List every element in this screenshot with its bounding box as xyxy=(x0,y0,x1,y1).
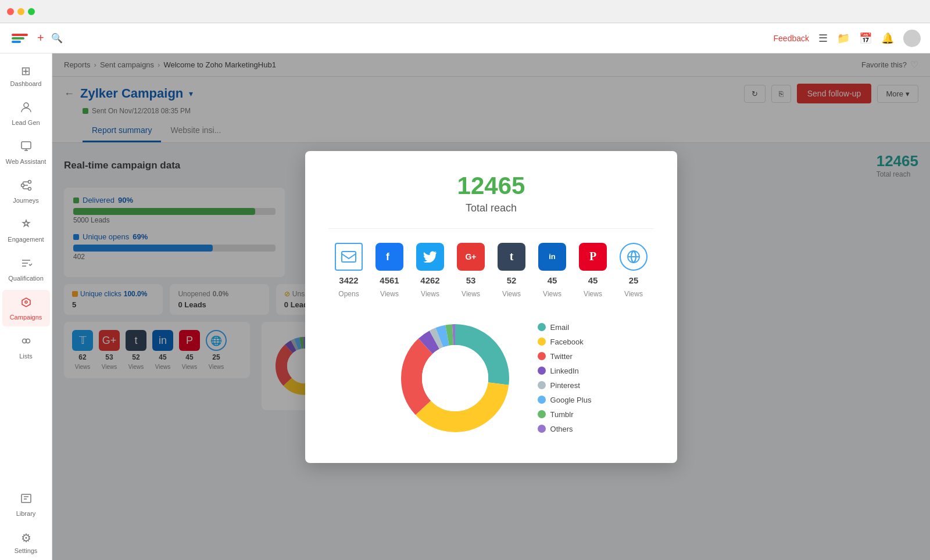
close-button[interactable] xyxy=(7,8,14,15)
titlebar xyxy=(0,0,930,23)
legend-dot-tumblr xyxy=(538,410,546,418)
svg-point-6 xyxy=(28,181,31,184)
campaigns-icon xyxy=(20,296,33,311)
lists-icon xyxy=(20,335,33,350)
legend-label-tumblr: Tumblr xyxy=(550,410,574,419)
legend-googleplus: Google Plus xyxy=(538,396,592,404)
social-pinterest: P 45 Views xyxy=(579,243,607,298)
topbar: + 🔍 Feedback ☰ 📁 📅 🔔 xyxy=(0,23,930,53)
webassistant-icon xyxy=(20,140,33,156)
sidebar-item-qualification[interactable]: Qualification xyxy=(2,251,50,288)
calendar-icon[interactable]: 📅 xyxy=(859,32,872,45)
facebook-label: Views xyxy=(380,290,399,298)
web-count: 25 xyxy=(629,275,639,285)
library-icon xyxy=(20,492,33,508)
sidebar-item-campaigns[interactable]: Campaigns xyxy=(2,290,50,326)
social-web: 25 Views xyxy=(620,243,648,298)
social-tumblr: t 52 Views xyxy=(498,243,525,298)
svg-point-5 xyxy=(21,184,24,187)
sidebar-label-journeys: Journeys xyxy=(13,197,39,204)
tumblr-count: 52 xyxy=(507,275,517,285)
sidebar-label-engagement: Engagement xyxy=(8,236,44,243)
legend-others: Others xyxy=(538,425,592,433)
modal-total: 12465 Total reach xyxy=(328,172,654,214)
facebook-count: 4561 xyxy=(380,275,399,285)
app-logo xyxy=(9,28,30,49)
linkedin-icon: in xyxy=(538,243,566,271)
legend-label-googleplus: Google Plus xyxy=(550,396,592,404)
sidebar-item-leadgen[interactable]: Lead Gen xyxy=(2,95,50,132)
feedback-link[interactable]: Feedback xyxy=(774,34,809,43)
email-label: Opens xyxy=(338,290,359,298)
svg-text:f: f xyxy=(386,251,390,263)
modal-overlay[interactable]: 12465 Total reach 3422 Opens xyxy=(52,53,930,560)
social-twitter: 4262 Views xyxy=(416,243,444,298)
search-icon[interactable]: 🔍 xyxy=(51,33,63,44)
add-button[interactable]: + xyxy=(37,31,44,45)
googleplus-icon: G+ xyxy=(457,243,485,271)
web-icon xyxy=(620,243,648,271)
tumblr-label: Views xyxy=(502,290,521,298)
twitter-count: 4262 xyxy=(420,275,439,285)
dashboard-icon: ⊞ xyxy=(21,64,31,78)
twitter-label: Views xyxy=(421,290,439,298)
legend-label-email: Email xyxy=(550,323,570,332)
web-label: Views xyxy=(624,290,643,298)
legend-dot-pinterest xyxy=(538,381,546,389)
sidebar-item-dashboard[interactable]: ⊞ Dashboard xyxy=(2,58,50,93)
sidebar-item-settings[interactable]: ⚙ Settings xyxy=(2,525,50,560)
sidebar-item-library[interactable]: Library xyxy=(2,486,50,523)
avatar[interactable] xyxy=(903,30,921,47)
sidebar-label-qualification: Qualification xyxy=(8,275,44,282)
modal-chart-area: Email Facebook Twitter LinkedIn xyxy=(328,314,654,442)
window-controls xyxy=(7,8,35,15)
svg-rect-2 xyxy=(12,41,21,43)
sidebar-label-dashboard: Dashboard xyxy=(10,80,42,87)
googleplus-count: 53 xyxy=(466,275,476,285)
folder-icon[interactable]: 📁 xyxy=(837,32,850,45)
sidebar-item-journeys[interactable]: Journeys xyxy=(2,173,50,210)
journeys-icon xyxy=(20,179,33,195)
svg-rect-4 xyxy=(22,142,31,149)
sidebar-item-webassistant[interactable]: Web Assistant xyxy=(2,134,50,171)
modal-total-number: 12465 xyxy=(328,172,654,200)
leadgen-icon xyxy=(20,101,33,117)
sidebar: ⊞ Dashboard Lead Gen Web Assistant Journ… xyxy=(0,53,52,560)
legend-label-facebook: Facebook xyxy=(550,338,584,346)
legend-dot-linkedin xyxy=(538,367,546,375)
twitter-icon xyxy=(416,243,444,271)
legend-tumblr: Tumblr xyxy=(538,410,592,419)
legend-dot-facebook xyxy=(538,338,546,346)
facebook-icon: f xyxy=(375,243,403,271)
list-icon[interactable]: ☰ xyxy=(818,32,828,45)
modal: 12465 Total reach 3422 Opens xyxy=(305,151,677,463)
modal-total-label: Total reach xyxy=(328,202,654,214)
notification-icon[interactable]: 🔔 xyxy=(881,32,894,45)
legend-twitter: Twitter xyxy=(538,352,592,361)
svg-point-33 xyxy=(422,345,488,411)
modal-legend: Email Facebook Twitter LinkedIn xyxy=(538,323,592,433)
linkedin-label: Views xyxy=(543,290,561,298)
email-icon xyxy=(335,243,363,271)
legend-label-others: Others xyxy=(550,425,573,433)
legend-dot-googleplus xyxy=(538,396,546,404)
minimize-button[interactable] xyxy=(17,8,24,15)
pinterest-count: 45 xyxy=(588,275,598,285)
sidebar-label-lists: Lists xyxy=(19,353,33,360)
legend-label-linkedin: LinkedIn xyxy=(550,367,579,375)
social-email: 3422 Opens xyxy=(335,243,363,298)
svg-point-7 xyxy=(28,188,31,191)
sidebar-label-settings: Settings xyxy=(15,547,38,554)
legend-facebook: Facebook xyxy=(538,338,592,346)
legend-dot-others xyxy=(538,425,546,433)
maximize-button[interactable] xyxy=(28,8,35,15)
social-facebook: f 4561 Views xyxy=(375,243,403,298)
sidebar-item-engagement[interactable]: Engagement xyxy=(2,212,50,249)
settings-icon: ⚙ xyxy=(21,531,31,545)
sidebar-item-lists[interactable]: Lists xyxy=(2,329,50,365)
legend-dot-email xyxy=(538,323,546,331)
svg-point-8 xyxy=(25,301,27,303)
tumblr-icon: t xyxy=(498,243,525,271)
googleplus-label: Views xyxy=(462,290,480,298)
pinterest-label: Views xyxy=(584,290,602,298)
